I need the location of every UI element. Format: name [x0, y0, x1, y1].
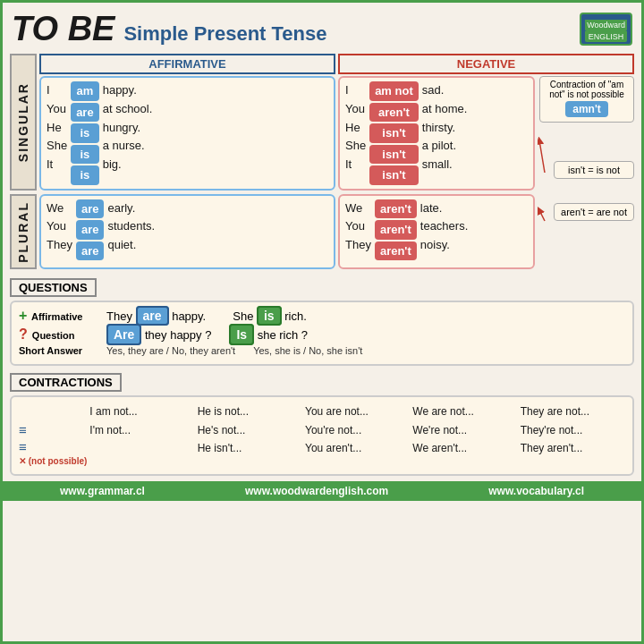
singular-neg-pronouns: I You He She It — [345, 81, 366, 174]
cont-col-5: They are not... They're not... They aren… — [521, 402, 625, 466]
plural-neg-verbs: aren't aren't aren't — [375, 199, 417, 261]
singular-aff-box: I You He She It am are is is is happy. a… — [39, 76, 335, 191]
affirmative-q-row: + Affirmative They are happy. She is ric… — [19, 308, 625, 324]
plural-aff-box: We You They are are are early. students.… — [39, 194, 335, 270]
affirmative-header: AFFIRMATIVE — [39, 54, 335, 74]
title-area: TO BE Simple Present Tense — [12, 10, 326, 48]
contractions-header-row: ≡ ≡ ✕ (not possible) I am not... I'm not… — [19, 402, 625, 466]
amnt-chip: amn't — [565, 101, 608, 117]
short-answer-1: Yes, they are / No, they aren't — [106, 345, 235, 356]
contractions-header: CONTRACTIONS — [10, 373, 122, 392]
header: TO BE Simple Present Tense Woodward ENGL… — [3, 3, 641, 52]
singular-text: SINGULAR — [14, 79, 32, 165]
plural-callout-area: aren't = are not — [538, 194, 634, 270]
is-question-verb: Is — [229, 324, 254, 345]
questions-content: + Affirmative They are happy. She is ric… — [10, 301, 634, 366]
arent-callout: aren't = are not — [554, 203, 634, 221]
are-highlight: are — [136, 306, 169, 326]
plural-neg-content: We You They aren't aren't aren't late. t… — [338, 194, 634, 270]
isnt-callout: isn't = is not — [554, 161, 634, 179]
plural-neg-pronouns: We You They — [345, 199, 371, 255]
plural-aff-pronouns: We You They — [47, 199, 72, 255]
contractions-content: ≡ ≡ ✕ (not possible) I am not... I'm not… — [10, 395, 634, 476]
are-question-verb: Are — [106, 324, 141, 345]
short-answer-label: Short Answer — [19, 345, 99, 356]
question-examples: Are they happy ? Is she rich ? — [106, 327, 625, 342]
cont-col-4: We are not... We're not... We aren't... — [412, 402, 517, 466]
footer: www.grammar.cl www.woodwardenglish.com w… — [3, 481, 641, 501]
plural-neg-box: We You They aren't aren't aren't late. t… — [338, 194, 535, 270]
plural-negative: We You They aren't aren't aren't late. t… — [338, 194, 634, 270]
plural-label: PLURAL — [10, 194, 37, 270]
footer-link-3[interactable]: www.vocabulary.cl — [488, 485, 584, 497]
singular-negative: NEGATIVE I You He She It am not aren't i… — [338, 54, 634, 191]
plural-aff-complements: early. students. quiet. — [107, 199, 155, 255]
short-answer-2: Yes, she is / No, she isn't — [253, 345, 362, 356]
affirmative-examples: They are happy. She is rich. — [106, 309, 625, 323]
contractions-section: CONTRACTIONS ≡ ≡ ✕ (not possible) I am n… — [3, 369, 641, 479]
singular-neg-complements: sad. at home. thirsty. a pilot. small. — [422, 81, 468, 174]
cont-col-3: You are not... You're not... You aren't.… — [305, 402, 410, 466]
contraction-note: Contraction of "am not" is not possible … — [539, 76, 634, 123]
plural-affirmative: We You They are are are early. students.… — [39, 194, 335, 270]
main-grammar-area: SINGULAR AFFIRMATIVE I You He She It am … — [3, 52, 641, 275]
singular-neg-box: I You He She It am not aren't isn't isn'… — [338, 76, 535, 191]
plural-neg-complements: late. teachers. noisy. — [420, 199, 468, 255]
questions-section: QUESTIONS + Affirmative They are happy. … — [3, 275, 641, 369]
logo: Woodward ENGLISH — [580, 13, 632, 47]
negative-header: NEGATIVE — [338, 54, 634, 74]
singular-label: SINGULAR — [10, 54, 37, 191]
singular-affirmative: AFFIRMATIVE I You He She It am are is is… — [39, 54, 335, 191]
plural-text: PLURAL — [14, 198, 32, 267]
title-tobe: TO BE — [12, 10, 114, 48]
singular-aff-verbs: am are is is is — [71, 81, 99, 185]
plural-aff-verbs: are are are — [76, 199, 105, 261]
singular-callout-area: Contraction of "am not" is not possible … — [538, 76, 634, 191]
questions-header: QUESTIONS — [10, 278, 97, 297]
svg-line-1 — [539, 210, 545, 221]
logo-brand: Woodward — [585, 20, 627, 31]
footer-link-2[interactable]: www.woodwardenglish.com — [245, 485, 388, 497]
short-answer-row: Short Answer Yes, they are / No, they ar… — [19, 345, 625, 356]
cont-col-1: I am not... I'm not... — [89, 402, 194, 466]
singular-neg-verbs: am not aren't isn't isn't isn't — [369, 81, 419, 185]
question-q-label: ? Question — [19, 326, 99, 343]
plural-row: PLURAL We You They are are are early. st… — [10, 194, 634, 270]
short-answers: Yes, they are / No, they aren't Yes, she… — [106, 345, 625, 356]
title-subtitle: Simple Present Tense — [123, 22, 326, 46]
is-highlight: is — [257, 306, 282, 326]
eq-icons-col: ≡ ≡ ✕ (not possible) — [19, 402, 87, 466]
cont-col-2: He is not... He's not... He isn't... — [198, 402, 302, 466]
singular-aff-pronouns: I You He She It — [47, 81, 67, 174]
svg-line-0 — [539, 140, 545, 173]
singular-neg-content: I You He She It am not aren't isn't isn'… — [338, 76, 634, 191]
singular-row: SINGULAR AFFIRMATIVE I You He She It am … — [10, 54, 634, 191]
singular-aff-complements: happy. at school. hungry. a nurse. big. — [103, 81, 153, 174]
logo-sub: ENGLISH — [585, 31, 627, 43]
affirmative-q-label: + Affirmative — [19, 308, 99, 324]
footer-link-1[interactable]: www.grammar.cl — [60, 485, 145, 497]
contractions-grid: I am not... I'm not... He is not... He's… — [89, 402, 625, 466]
question-q-row: ? Question Are they happy ? Is she rich … — [19, 326, 625, 343]
